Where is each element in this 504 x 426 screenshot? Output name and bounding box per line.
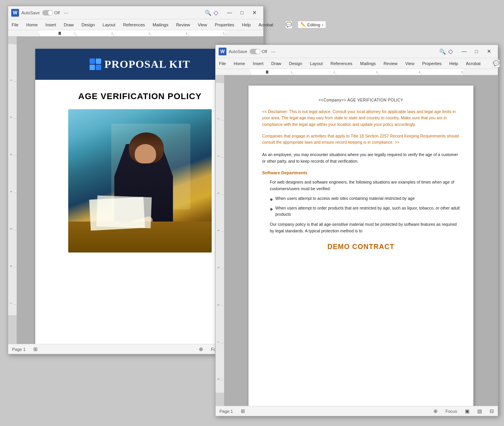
close-button-1[interactable]: ✕ <box>249 9 260 17</box>
logo-squares <box>90 58 101 70</box>
svg-text:6: 6 <box>10 265 12 267</box>
search-icon-2[interactable]: 🔍 <box>439 48 446 55</box>
svg-text:3: 3 <box>376 71 378 74</box>
ribbon-draw-1[interactable]: Draw <box>63 22 75 28</box>
doc-disclaimer: << Disclaimer: This is not legal advice.… <box>262 108 460 127</box>
page-count-1: Page 1 <box>12 347 26 352</box>
ribbon-insert-2[interactable]: Insert <box>252 60 265 67</box>
minimize-button-1[interactable]: — <box>224 9 235 17</box>
window-controls-2: — □ ✕ <box>458 48 495 55</box>
ribbon-references-1[interactable]: References <box>122 22 146 28</box>
toggle-track-2[interactable] <box>250 49 261 54</box>
doc-company-header: <<Company>> AGE VERIFICATION POLICY <box>262 97 460 103</box>
ribbon-2: File Home Insert Draw Design Layout Refe… <box>216 58 498 69</box>
word-count-icon-2[interactable]: ⊞ <box>241 408 245 414</box>
svg-text:3: 3 <box>217 192 220 194</box>
word-logo-2: W <box>219 48 226 55</box>
copilot-icon-1[interactable]: ◇ <box>214 9 218 16</box>
bullet-diamond-1: ◆ <box>270 196 273 202</box>
doc-indented-intro: For web designers and software engineers… <box>270 179 460 192</box>
page-count-2: Page 1 <box>219 409 233 414</box>
toggle-track-1[interactable] <box>42 10 53 15</box>
ribbon-acrobat-1[interactable]: Acrobat <box>257 22 274 28</box>
svg-text:7: 7 <box>217 341 220 343</box>
ribbon-help-1[interactable]: Help <box>241 22 252 28</box>
toggle-thumb-2 <box>255 49 260 54</box>
maximize-button-2[interactable]: □ <box>471 48 482 55</box>
ribbon-design-2[interactable]: Design <box>288 60 303 67</box>
ribbon-insert-1[interactable]: Insert <box>44 22 57 28</box>
ribbon-layout-2[interactable]: Layout <box>309 60 324 67</box>
comment-button-1[interactable]: 💬 <box>285 21 292 29</box>
ribbon-help-2[interactable]: Help <box>448 60 459 67</box>
bullet-text-2: When users attempt to order products tha… <box>275 205 460 218</box>
svg-text:7: 7 <box>10 302 12 304</box>
minimize-button-2[interactable]: — <box>458 48 470 55</box>
comment-button-2[interactable]: 💬 <box>493 60 500 67</box>
maximize-button-1[interactable]: □ <box>236 9 248 17</box>
ribbon-properties-1[interactable]: Properties <box>214 22 235 28</box>
svg-rect-46 <box>216 83 224 393</box>
doc-body-para-1: As an employee, you may encounter situat… <box>262 151 460 164</box>
ribbon-view-2[interactable]: View <box>404 60 416 67</box>
svg-text:5: 5 <box>461 71 463 74</box>
content-page: <<Company>> AGE VERIFICATION POLICY << D… <box>249 86 473 406</box>
view-single-icon-2[interactable]: ▣ <box>465 408 469 414</box>
ribbon-home-2[interactable]: Home <box>233 60 246 67</box>
autosave-label-1: AutoSave <box>21 10 40 15</box>
ribbon-references-2[interactable]: References <box>330 60 354 67</box>
bullet-text-1: When users attempt to access web sites c… <box>275 196 415 202</box>
ribbon-file-1[interactable]: File <box>10 22 20 28</box>
autosave-state-1: Off <box>54 10 60 15</box>
title-bar-1: W AutoSave Off ··· 🔍 ◇ — □ ✕ <box>8 6 263 19</box>
title-bar-2: W AutoSave Off ··· 🔍 ◇ — □ ✕ <box>216 45 498 58</box>
svg-text:2: 2 <box>111 32 113 35</box>
ribbon-properties-2[interactable]: Properties <box>421 60 443 67</box>
editing-chevron-1: › <box>322 22 323 27</box>
autosave-toggle-1[interactable]: Off <box>42 10 60 15</box>
ribbon-view-1[interactable]: View <box>197 22 208 28</box>
more-options-icon-1[interactable]: ··· <box>64 10 68 16</box>
toggle-thumb-1 <box>48 10 53 15</box>
ruler-2: 1 2 3 4 5 <box>216 69 498 75</box>
view-grid-icon-2[interactable]: ⊟ <box>490 408 494 414</box>
doc-bullet-list: ◆ When users attempt to access web sites… <box>270 196 460 218</box>
close-button-2[interactable]: ✕ <box>483 48 495 55</box>
doc-body-para-2: Our company policy is that all age-sensi… <box>270 221 460 234</box>
ribbon-draw-2[interactable]: Draw <box>270 60 283 67</box>
ribbon-acrobat-2[interactable]: Acrobat <box>465 60 482 67</box>
copilot-icon-2[interactable]: ◇ <box>448 48 453 55</box>
svg-text:5: 5 <box>217 267 220 268</box>
more-options-icon-2[interactable]: ··· <box>271 48 276 55</box>
cover-illustration <box>68 109 212 253</box>
search-icon-1[interactable]: 🔍 <box>205 10 211 16</box>
disclaimer-text: << Disclaimer: This is not legal advice.… <box>262 109 456 127</box>
ribbon-design-1[interactable]: Design <box>80 22 96 28</box>
editing-button-1[interactable]: ✏️ Editing › <box>298 21 326 28</box>
cover-company-name: PROPOSAL KIT <box>104 58 190 70</box>
bullet-item-2: ◆ When users attempt to order products t… <box>270 205 460 218</box>
svg-rect-1 <box>39 30 225 36</box>
ribbon-file-2[interactable]: File <box>218 60 227 67</box>
doc-area-2: 1 2 3 4 5 6 7 8 <<Company>> AGE VERIFICA… <box>216 75 498 406</box>
svg-text:4: 4 <box>186 32 187 35</box>
proposal-logo: PROPOSAL KIT <box>90 58 190 70</box>
view-double-icon-2[interactable]: ▤ <box>477 408 482 414</box>
ribbon-mailings-1[interactable]: Mailings <box>152 22 169 28</box>
ribbon-home-1[interactable]: Home <box>25 22 39 28</box>
logo-sq-1 <box>90 58 95 64</box>
svg-rect-15 <box>8 44 17 315</box>
demo-contract-label: DEMO CONTRACT <box>262 242 460 252</box>
ribbon-review-1[interactable]: Review <box>175 22 191 28</box>
doc-section-heading: Software Departments <box>262 170 460 176</box>
svg-text:4: 4 <box>217 230 220 231</box>
cover-header: PROPOSAL KIT <box>35 49 245 80</box>
focus-icon-1[interactable]: ⊕ <box>199 346 203 352</box>
word-count-icon-1[interactable]: ⊞ <box>33 346 38 352</box>
autosave-toggle-2[interactable]: Off <box>250 49 267 54</box>
focus-icon-2[interactable]: ⊕ <box>433 408 438 414</box>
ribbon-layout-1[interactable]: Layout <box>102 22 117 28</box>
svg-text:1: 1 <box>74 32 76 35</box>
ribbon-review-2[interactable]: Review <box>382 60 399 67</box>
ribbon-mailings-2[interactable]: Mailings <box>359 60 377 67</box>
